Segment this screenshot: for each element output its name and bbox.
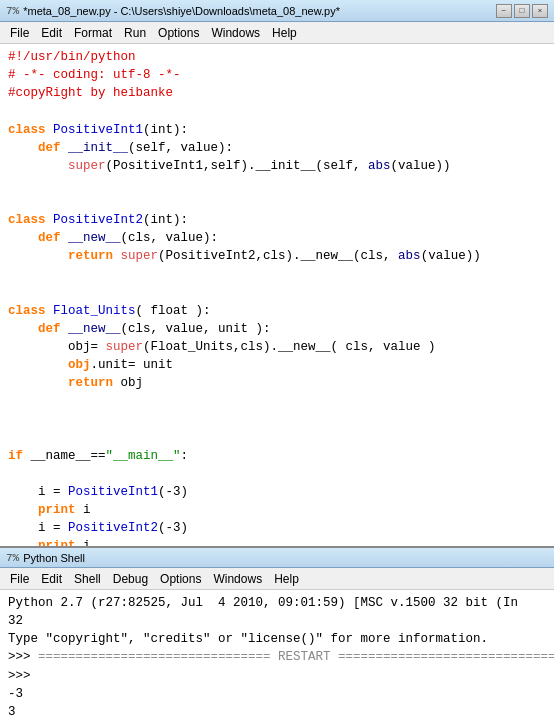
line-class2-return: return super(PositiveInt2,cls).__new__(c… [8,247,546,265]
menu-windows[interactable]: Windows [205,24,266,42]
line-blank1 [8,102,546,120]
editor-menu-bar: File Edit Format Run Options Windows Hel… [0,22,554,44]
line-class2-new: def __new__(cls, value): [8,229,546,247]
shell-menu-options[interactable]: Options [154,570,207,588]
shell-output-area[interactable]: Python 2.7 (r27:82525, Jul 4 2010, 09:01… [0,590,554,718]
editor-window-icon: 7% [6,5,19,17]
line-class1-super: super(PositiveInt1,self).__init__(self, … [8,157,546,175]
shell-line2: 32 [8,612,546,630]
menu-run[interactable]: Run [118,24,152,42]
shell-menu-help[interactable]: Help [268,570,305,588]
shell-menu-windows[interactable]: Windows [207,570,268,588]
editor-window-controls: − □ × [496,4,548,18]
line-blank8 [8,429,546,447]
editor-title-bar: 7% *meta_08_new.py - C:\Users\shiye\Down… [0,0,554,22]
shell-prompt1: >>> =============================== REST… [8,648,546,666]
line-main-print2: print i [8,537,546,546]
line-blank3 [8,193,546,211]
line-main-print1: print i [8,501,546,519]
menu-options[interactable]: Options [152,24,205,42]
line-shebang: #!/usr/bin/python [8,48,546,66]
shell-menu-shell[interactable]: Shell [68,570,107,588]
line-class3-new: def __new__(cls, value, unit ): [8,320,546,338]
shell-result2: 3 [8,703,546,718]
shell-window: 7% Python Shell File Edit Shell Debug Op… [0,546,554,718]
line-class3-obj: obj= super(Float_Units,cls).__new__( cls… [8,338,546,356]
line-coding: # -*- coding: utf-8 -*- [8,66,546,84]
minimize-button[interactable]: − [496,4,512,18]
line-class2-def: class PositiveInt2(int): [8,211,546,229]
shell-prompt2: >>> [8,667,546,685]
menu-edit[interactable]: Edit [35,24,68,42]
shell-window-icon: 7% [6,552,19,564]
line-blank7 [8,411,546,429]
shell-type-msg: Type "copyright", "credits" or "license(… [8,630,546,648]
line-main-i2: i = PositiveInt2(-3) [8,519,546,537]
maximize-button[interactable]: □ [514,4,530,18]
shell-title-bar: 7% Python Shell [0,546,554,568]
line-copyright: #copyRight by heibanke [8,84,546,102]
shell-menu-debug[interactable]: Debug [107,570,154,588]
line-class1-init: def __init__(self, value): [8,139,546,157]
shell-python-version: Python 2.7 (r27:82525, Jul 4 2010, 09:01… [8,594,546,612]
editor-window: 7% *meta_08_new.py - C:\Users\shiye\Down… [0,0,554,546]
editor-title-text: *meta_08_new.py - C:\Users\shiye\Downloa… [23,5,496,17]
shell-menu-file[interactable]: File [4,570,35,588]
line-class3-unit: obj.unit= unit [8,356,546,374]
code-editor[interactable]: #!/usr/bin/python # -*- coding: utf-8 -*… [0,44,554,546]
line-blank6 [8,392,546,410]
menu-help[interactable]: Help [266,24,303,42]
line-blank5 [8,284,546,302]
line-class3-return: return obj [8,374,546,392]
shell-title-text: Python Shell [23,552,548,564]
line-blank4 [8,266,546,284]
line-main-i1: i = PositiveInt1(-3) [8,483,546,501]
close-button[interactable]: × [532,4,548,18]
line-main-if: if __name__=="__main__": [8,447,546,465]
line-class3-def: class Float_Units( float ): [8,302,546,320]
menu-format[interactable]: Format [68,24,118,42]
shell-result1: -3 [8,685,546,703]
line-class1-def: class PositiveInt1(int): [8,121,546,139]
shell-menu-bar: File Edit Shell Debug Options Windows He… [0,568,554,590]
line-blank2 [8,175,546,193]
line-blank9 [8,465,546,483]
shell-menu-edit[interactable]: Edit [35,570,68,588]
menu-file[interactable]: File [4,24,35,42]
